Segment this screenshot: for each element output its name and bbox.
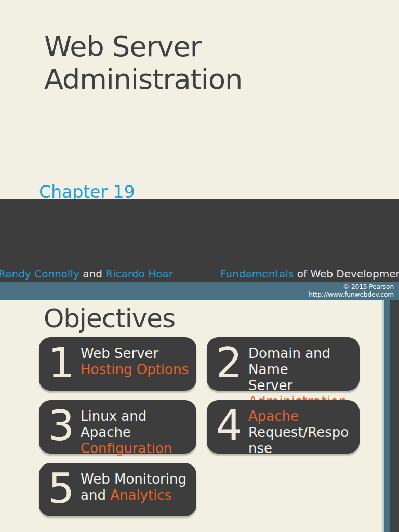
author-link-2[interactable]: Ricardo Hoar [105, 268, 173, 280]
objective-text-segment: Web Server [81, 345, 158, 361]
objectives-heading: Objectives [44, 303, 175, 334]
objective-text: Domain and NameServerAdministration [245, 337, 354, 410]
objective-card-3: 3Linux andApacheConfiguration [39, 400, 196, 454]
objective-text-segment: Server [248, 378, 292, 393]
objective-number: 1 [45, 337, 77, 389]
authors-line: Randy Connolly and Ricardo Hoar [0, 268, 173, 280]
objective-number: 3 [45, 400, 77, 452]
objective-text-segment: Analytics [110, 487, 171, 503]
objective-text-segment: Configuration [81, 441, 172, 456]
objective-text-segment: Apache [81, 424, 131, 440]
objective-card-2: 2Domain and NameServerAdministration [207, 337, 360, 391]
page-edge-dark-strip [390, 300, 399, 532]
author-link-1[interactable]: Randy Connolly [0, 268, 79, 280]
authors-separator: and [79, 268, 105, 280]
objective-text: Linux andApacheConfiguration [77, 400, 172, 457]
objective-text: ApacheRequest/Response [245, 400, 349, 457]
objective-text-segment: Domain and Name [248, 345, 330, 377]
objective-text-segment: Apache [248, 408, 299, 424]
objective-text-segment: and [81, 487, 110, 503]
objective-number: 5 [45, 463, 77, 515]
title-slide-dark-band: Randy Connolly and Ricardo Hoar Fundamen… [0, 199, 399, 282]
book-title-rest: of Web Development [294, 268, 399, 280]
objective-text-segment: Linux and [81, 408, 147, 424]
objective-card-5: 5Web Monitoringand Analytics [39, 463, 196, 516]
objective-number: 4 [213, 400, 245, 452]
objective-text-segment: Request/Respo [248, 424, 349, 440]
objectives-grid: 1Web ServerHosting Options2Domain and Na… [39, 337, 360, 516]
book-title: Fundamentals of Web Development [220, 268, 399, 280]
objective-text: Web ServerHosting Options [77, 337, 189, 378]
objective-number: 2 [213, 337, 245, 389]
objective-text-segment: nse [248, 441, 272, 456]
objective-text-segment: Hosting Options [81, 362, 189, 377]
objective-card-4: 4ApacheRequest/Response [207, 400, 360, 454]
objective-text-segment: Web Monitoring [81, 471, 187, 487]
copyright-band: © 2015 Pearson http://www.funwebdev.com [0, 282, 399, 300]
site-url[interactable]: http://www.funwebdev.com [0, 291, 394, 299]
page-edge-blue-stripe [384, 300, 390, 532]
slide-title: Web Server Administration [44, 30, 335, 96]
objective-text: Web Monitoringand Analytics [77, 463, 187, 503]
copyright-text: © 2015 Pearson [0, 283, 394, 291]
slide-page: Web Server Administration Chapter 19 Ran… [0, 0, 399, 532]
objective-card-1: 1Web ServerHosting Options [39, 337, 196, 391]
book-title-link[interactable]: Fundamentals [220, 268, 294, 280]
